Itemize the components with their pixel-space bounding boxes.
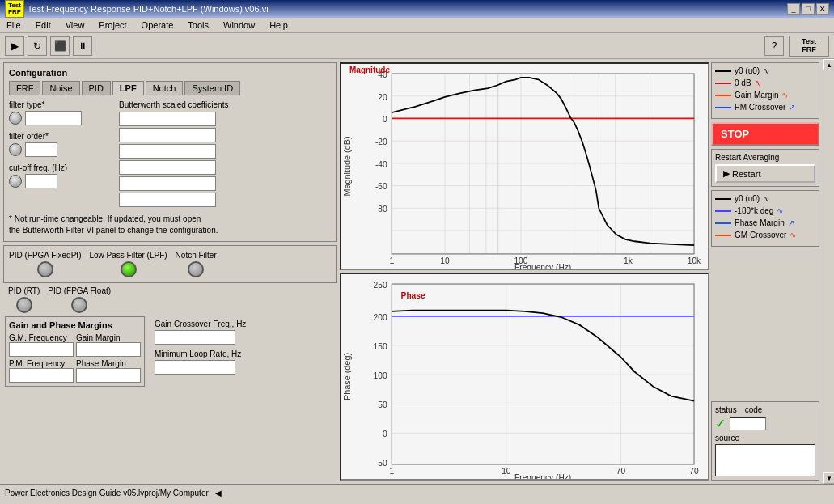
source-text-box: [715, 444, 815, 476]
180deg-line: [715, 210, 731, 212]
cutoff-freq-knob[interactable]: [9, 175, 22, 188]
error-code-input[interactable]: 0: [730, 417, 766, 430]
menu-edit[interactable]: Edit: [32, 19, 54, 31]
gain-margin-value[interactable]: -2.7803: [76, 342, 141, 357]
coeff-5[interactable]: 23497607: [119, 193, 216, 207]
close-button[interactable]: ✕: [816, 3, 829, 15]
magnitude-label: Magnitude: [349, 66, 390, 74]
maximize-button[interactable]: □: [802, 3, 815, 15]
status-path: Power Electronics Design Guide v05.lvpro…: [5, 489, 209, 498]
svg-text:70: 70: [689, 466, 698, 476]
coeff-label: Butterworth scaled coefficients: [119, 100, 331, 109]
svg-text:10: 10: [440, 256, 449, 265]
run-button[interactable]: ▶: [5, 36, 24, 56]
scrollbar[interactable]: ▲ ▼: [823, 59, 834, 484]
code-label: code: [745, 405, 763, 414]
phase-margin-line: [715, 222, 731, 224]
gain-margin-legend-label: Gain Margin: [735, 91, 778, 100]
window-title: Test Frequency Response PID+Notch+LPF (W…: [28, 4, 269, 14]
menu-bar: File Edit View Project Operate Tools Win…: [0, 18, 834, 33]
notch-led: [188, 261, 204, 277]
pm-freq-label: P.M. Frequency: [9, 359, 74, 368]
menu-operate[interactable]: Operate: [138, 19, 177, 31]
notch-label: Notch Filter: [176, 251, 217, 260]
menu-view[interactable]: View: [62, 19, 88, 31]
tab-notch[interactable]: Notch: [146, 81, 184, 95]
cutoff-freq-label: cut-off freq. (Hz): [9, 163, 114, 172]
y0-label-bottom: y0 (u0): [735, 194, 760, 203]
svg-text:20: 20: [378, 91, 387, 101]
stop-toolbar-button[interactable]: ⬛: [50, 36, 70, 56]
svg-text:Frequency (Hz): Frequency (Hz): [514, 472, 571, 479]
magnitude-chart: 40 20 0 -20 -40 -60 -80 1 10 100 1k 10k …: [340, 62, 709, 270]
svg-text:250: 250: [374, 280, 387, 290]
filter-order-input[interactable]: 4: [25, 142, 57, 157]
menu-help[interactable]: Help: [266, 19, 291, 31]
restart-icon: ▶: [723, 168, 730, 179]
svg-text:-60: -60: [375, 181, 387, 191]
filter-order-knob[interactable]: [9, 143, 22, 156]
pid-fpga-label: PID (FPGA FixedPt): [9, 251, 81, 260]
pid-fpga-float-label: PID (FPGA Float): [48, 286, 111, 295]
pause-button[interactable]: ⏸: [73, 36, 92, 56]
tab-bar: FRF Noise PID LPF Notch System ID: [9, 81, 331, 95]
status-label: status: [715, 405, 737, 414]
svg-text:1: 1: [389, 256, 394, 265]
svg-text:Frequency (Hz): Frequency (Hz): [514, 262, 571, 269]
svg-rect-1: [392, 74, 694, 254]
lpf-led: [121, 261, 137, 277]
svg-text:10: 10: [502, 466, 510, 476]
stop-button[interactable]: STOP: [711, 122, 819, 146]
coeff-1[interactable]: 1588788094: [119, 128, 216, 142]
status-ok-icon: ✓: [715, 416, 726, 431]
svg-text:-20: -20: [375, 137, 387, 146]
min-loop-value[interactable]: 75251.9: [155, 360, 235, 375]
y0-label-top: y0 (u0): [735, 66, 760, 75]
coeff-3[interactable]: -846645149: [119, 160, 216, 175]
tab-lpf[interactable]: LPF: [112, 81, 144, 95]
filter-type-knob[interactable]: [9, 112, 22, 125]
coeff-2[interactable]: 20440642: [119, 144, 216, 159]
svg-text:Magnitude (dB): Magnitude (dB): [343, 136, 353, 196]
pid-rt-led: [16, 297, 32, 313]
config-note: * Not run-time changeable. If updated, y…: [9, 214, 331, 236]
run-cont-button[interactable]: ↻: [28, 36, 47, 56]
filter-order-label: filter order*: [9, 132, 114, 141]
menu-tools[interactable]: Tools: [184, 19, 212, 31]
cutoff-freq-input[interactable]: 1k: [25, 174, 57, 188]
filter-type-input[interactable]: Lowpass: [25, 111, 82, 125]
180deg-label: -180*k deg: [735, 206, 773, 215]
svg-text:-40: -40: [375, 159, 387, 168]
crossover-freq-value[interactable]: 7525.19069: [155, 330, 235, 345]
menu-project[interactable]: Project: [95, 19, 129, 31]
coeff-4[interactable]: 1826396545: [119, 176, 216, 191]
phase-margin-value[interactable]: -150.8057: [76, 368, 141, 383]
svg-text:50: 50: [378, 400, 387, 409]
gain-margin-line: [715, 95, 731, 96]
tab-frf[interactable]: FRF: [9, 81, 40, 95]
0db-line: [715, 83, 731, 84]
svg-text:0: 0: [383, 429, 387, 438]
minimize-button[interactable]: _: [787, 3, 800, 15]
menu-window[interactable]: Window: [220, 19, 258, 31]
scroll-down-button[interactable]: ▼: [823, 472, 834, 484]
phase-margin-legend-label: Phase Margin: [735, 218, 785, 227]
help-button[interactable]: ?: [764, 36, 784, 56]
tab-systemid[interactable]: System ID: [184, 81, 240, 95]
gm-freq-value[interactable]: 188.6406: [9, 342, 74, 357]
status-bar: Power Electronics Design Guide v05.lvpro…: [0, 484, 834, 502]
pm-crossover-legend-label: PM Crossover: [735, 103, 785, 112]
restart-button[interactable]: ▶ Restart: [715, 164, 815, 183]
menu-file[interactable]: File: [3, 19, 24, 31]
config-section: Configuration FRF Noise PID LPF Notch Sy…: [3, 62, 337, 242]
pm-freq-value[interactable]: 7525.1907: [9, 368, 74, 383]
tab-noise[interactable]: Noise: [42, 81, 79, 95]
coeff-0[interactable]: -596808838: [119, 112, 216, 126]
svg-text:-50: -50: [375, 458, 387, 468]
margins-box: Gain and Phase Margins G.M. Frequency 18…: [5, 316, 145, 387]
0db-label: 0 dB: [735, 78, 751, 87]
toolbar: ▶ ↻ ⬛ ⏸ ? TestFRF: [0, 33, 834, 59]
tab-pid[interactable]: PID: [82, 81, 111, 95]
vi-label: TestFRF: [789, 36, 829, 57]
scroll-up-button[interactable]: ▲: [823, 59, 834, 70]
